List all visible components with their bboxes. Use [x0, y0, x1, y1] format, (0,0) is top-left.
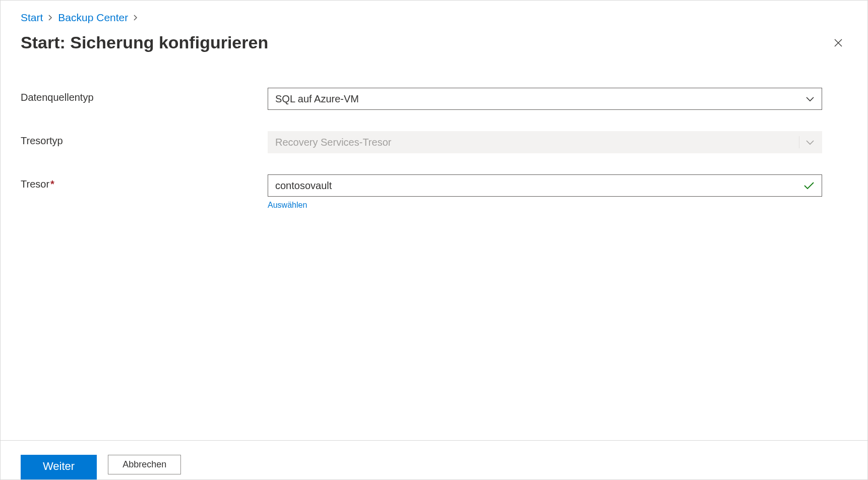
vault-value: contosovault [275, 180, 332, 192]
vault-type-select: Recovery Services-Tresor [268, 131, 822, 153]
form-row-vault: Tresor* contosovault Auswählen [21, 174, 847, 210]
vault-select-link[interactable]: Auswählen [268, 201, 307, 210]
close-button[interactable] [829, 34, 847, 52]
breadcrumb: Start Backup Center [1, 1, 867, 24]
page-title: Start: Sicherung konfigurieren [21, 33, 268, 52]
breadcrumb-link-backup-center[interactable]: Backup Center [58, 12, 128, 24]
close-icon [833, 38, 843, 48]
page-header: Start: Sicherung konfigurieren [1, 24, 867, 52]
next-button[interactable]: Weiter [21, 455, 97, 480]
vault-input[interactable]: contosovault [268, 174, 822, 197]
chevron-right-icon [133, 12, 138, 24]
chevron-right-icon [48, 12, 53, 24]
vault-type-label: Tresortyp [21, 131, 268, 147]
form-row-vault-type: Tresortyp Recovery Services-Tresor [21, 131, 847, 153]
cancel-button[interactable]: Abbrechen [108, 455, 181, 474]
required-indicator: * [50, 178, 54, 190]
breadcrumb-link-start[interactable]: Start [21, 12, 43, 24]
vault-type-value: Recovery Services-Tresor [275, 137, 391, 148]
datasource-type-label: Datenquellentyp [21, 88, 268, 103]
form-row-datasource-type: Datenquellentyp SQL auf Azure-VM [21, 88, 847, 110]
footer-bar: Weiter Abbrechen [1, 440, 867, 479]
datasource-type-select[interactable]: SQL auf Azure-VM [268, 88, 822, 110]
chevron-down-icon [805, 96, 815, 102]
checkmark-icon [803, 182, 815, 190]
vault-label: Tresor* [21, 174, 268, 190]
datasource-type-value: SQL auf Azure-VM [275, 93, 359, 105]
form-area: Datenquellentyp SQL auf Azure-VM Tresort… [1, 52, 867, 210]
chevron-down-icon [805, 139, 815, 145]
